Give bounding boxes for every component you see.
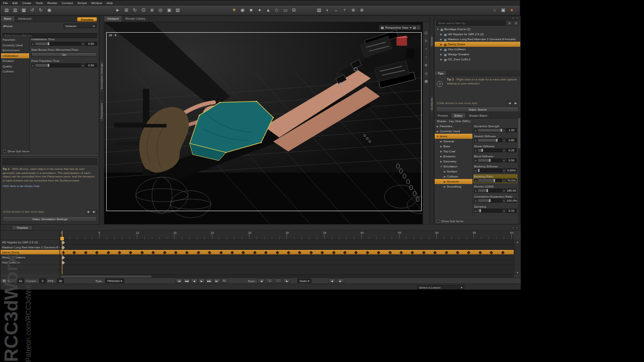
expand-arrow-icon[interactable]: ▶ bbox=[443, 185, 447, 188]
video-scene-button[interactable]: Video: Scene bbox=[436, 107, 519, 112]
slider-handle[interactable] bbox=[494, 179, 495, 182]
create-camera-icon[interactable]: ◉ bbox=[238, 7, 247, 14]
camera-selector-bar[interactable]: ▦ Perspective View ▾ ▧ □ bbox=[379, 25, 421, 30]
tree-item-vics-collision[interactable]: ▶▦Vics Collision bbox=[435, 47, 520, 52]
menu-item-window[interactable]: Window bbox=[91, 2, 102, 5]
loop-button[interactable]: ↻ bbox=[221, 279, 228, 283]
slider-handle[interactable] bbox=[501, 129, 502, 132]
defaults-dropdown[interactable]: Defaults▾ bbox=[63, 24, 97, 28]
slider-dec-button[interactable]: ◂ bbox=[31, 42, 34, 46]
track-lane-hd-nipples-for-g8f-2-5-2[interactable] bbox=[60, 240, 514, 245]
slider-inc-button[interactable]: ▸ bbox=[503, 189, 506, 193]
measure-icon[interactable]: ↔ bbox=[332, 7, 340, 14]
scrollbar-thumb[interactable] bbox=[518, 118, 520, 148]
keyframe-icon[interactable] bbox=[445, 250, 448, 254]
keyframe-icon[interactable] bbox=[298, 250, 301, 254]
add-key-button[interactable]: + bbox=[266, 279, 273, 283]
slider-handle[interactable] bbox=[48, 64, 49, 67]
universal-tool-icon[interactable]: ⊕ bbox=[148, 7, 156, 14]
home-icon[interactable]: ⌂ bbox=[491, 7, 499, 14]
tip-link[interactable]: Click here to be shown how. bbox=[3, 185, 97, 188]
slider-track[interactable] bbox=[477, 209, 502, 213]
next-key-button[interactable]: ▶ bbox=[283, 279, 290, 283]
tab-editor[interactable]: Editor bbox=[451, 113, 466, 118]
expand-arrow-icon[interactable]: ▶ bbox=[443, 170, 447, 173]
slider-inc-button[interactable]: ▸ bbox=[503, 138, 506, 142]
key-type-dropdown[interactable]: TRSOAH▾ bbox=[105, 279, 124, 283]
slider-handle[interactable] bbox=[479, 209, 481, 212]
keyframe-icon[interactable] bbox=[309, 250, 313, 254]
tree-item-surface[interactable]: ▶Surface bbox=[435, 169, 472, 174]
tab-shader-baker[interactable]: Shader Baker bbox=[466, 113, 491, 118]
keyframe-icon[interactable] bbox=[490, 250, 493, 254]
slider-track[interactable] bbox=[477, 128, 502, 132]
slider-handle[interactable] bbox=[478, 169, 479, 172]
slider-dec-button[interactable]: ◂ bbox=[474, 158, 477, 162]
pan-view-icon[interactable]: + bbox=[341, 7, 349, 14]
pan-view-icon[interactable]: + bbox=[424, 46, 429, 52]
frame-tool-icon[interactable]: ▣ bbox=[165, 7, 173, 14]
expand-arrow-icon[interactable]: ▶ bbox=[439, 150, 443, 153]
tree-item-currently-used[interactable]: ▶Currently Used bbox=[435, 129, 472, 134]
keyframe-icon[interactable] bbox=[501, 250, 505, 254]
pane-options-icon[interactable] bbox=[512, 17, 515, 20]
scale-tool-icon[interactable]: ⊡ bbox=[139, 7, 147, 14]
create-sphere-icon[interactable]: ● bbox=[256, 7, 264, 14]
lesson-dropdown[interactable]: Select a Lesson▾ bbox=[417, 285, 464, 290]
options-icon[interactable]: □ bbox=[417, 26, 419, 29]
undo-icon[interactable]: ↺ bbox=[28, 7, 36, 14]
track-lane-vics-collision[interactable] bbox=[60, 260, 514, 265]
create-cube-icon[interactable]: ■ bbox=[247, 7, 255, 14]
tree-item-dainty-dress[interactable]: ▶▦Dainty Dress bbox=[435, 42, 520, 47]
tree-item-favorites[interactable]: ▶Favorites bbox=[435, 124, 472, 129]
surfaces-scrollbar[interactable] bbox=[518, 113, 520, 224]
slider-handle[interactable] bbox=[481, 149, 483, 152]
prev-key-button[interactable]: ◀ bbox=[258, 279, 265, 283]
tree-item-structure[interactable]: ▶Structure bbox=[435, 179, 472, 184]
tree-item-collision[interactable]: ▶Collision bbox=[435, 174, 472, 179]
collapse-arrow-icon[interactable]: ▼ bbox=[439, 165, 443, 168]
keyframe-icon[interactable] bbox=[163, 250, 167, 254]
prev-key-button[interactable]: ◀◀ bbox=[183, 279, 190, 283]
expand-arrow-icon[interactable]: ▶ bbox=[439, 58, 443, 61]
tree-item-hd-nipples-for-g8f-2-5-2[interactable]: ▶▦HD Nipples for G8F 2.5 (2) bbox=[435, 32, 520, 37]
expand-arrow-icon[interactable]: ▶ bbox=[439, 38, 443, 41]
keyframe-icon[interactable] bbox=[95, 250, 99, 254]
expand-arrow-icon[interactable]: ▶ bbox=[436, 130, 440, 133]
chevron-down-icon[interactable]: ▾ bbox=[410, 26, 412, 29]
slider-inc-button[interactable]: ▸ bbox=[82, 42, 85, 46]
node-select-icon[interactable]: ► bbox=[114, 7, 122, 14]
collapse-arrow-icon[interactable]: ▼ bbox=[436, 28, 440, 31]
slider-track[interactable] bbox=[477, 158, 502, 162]
tree-item-top-coat[interactable]: ▶Top Coat bbox=[435, 149, 472, 154]
keyframe-icon[interactable] bbox=[343, 250, 347, 254]
slider-track[interactable] bbox=[477, 138, 502, 142]
menu-item-tools[interactable]: Tools bbox=[36, 2, 43, 5]
menu-item-render[interactable]: Render bbox=[47, 2, 57, 5]
geometry-editor-icon[interactable]: ◐ bbox=[324, 7, 332, 14]
tree-item-oc-foot-cuffs-2[interactable]: ▶▦OC_Foot Cuffs 2 bbox=[435, 57, 520, 62]
surface-show-sub-items[interactable]: Show Sub Items bbox=[437, 220, 463, 223]
track-label-vics-collision[interactable]: Vics Collision bbox=[1, 260, 59, 265]
frame-view-icon[interactable]: ⊡ bbox=[424, 30, 429, 36]
nudge-left-button[interactable]: ◀ bbox=[329, 279, 336, 283]
tree-item-base[interactable]: ▶Base bbox=[435, 144, 472, 149]
expand-arrow-icon[interactable]: ▶ bbox=[439, 160, 443, 163]
slider-dec-button[interactable]: ◂ bbox=[474, 199, 477, 203]
keyframe-icon[interactable] bbox=[332, 250, 336, 254]
slider-inc-button[interactable]: ▸ bbox=[503, 178, 506, 183]
keyframe-icon[interactable] bbox=[118, 250, 121, 254]
slider-inc-button[interactable]: ▸ bbox=[503, 158, 506, 162]
create-cone-icon[interactable]: ▲ bbox=[264, 7, 272, 14]
shop-icon[interactable]: ▣ bbox=[499, 7, 507, 14]
zoom-view-icon[interactable]: ⊕ bbox=[349, 7, 357, 14]
tab-advanced[interactable]: Advanced bbox=[15, 16, 35, 22]
timeline-options-icon[interactable] bbox=[512, 226, 515, 229]
slider-inc-button[interactable]: ▸ bbox=[82, 63, 85, 67]
menu-item-create[interactable]: Create bbox=[22, 2, 31, 5]
aim-tool-icon[interactable]: ◎ bbox=[156, 7, 165, 14]
param-toggle[interactable]: On bbox=[31, 52, 97, 57]
open-file-icon[interactable]: ▥ bbox=[11, 7, 19, 14]
expand-arrow-icon[interactable]: ▶ bbox=[443, 180, 447, 183]
playhead-handle[interactable] bbox=[60, 237, 64, 240]
